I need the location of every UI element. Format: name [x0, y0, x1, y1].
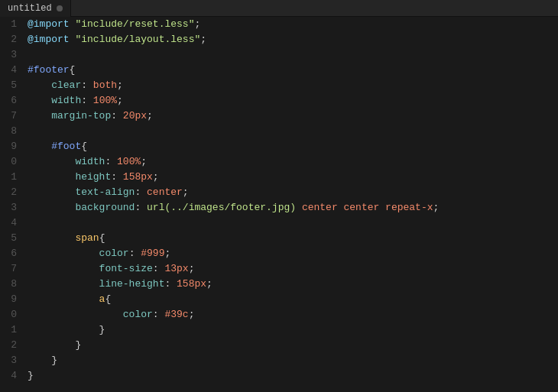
token: clear	[28, 79, 81, 91]
editor-line: 6 color: #999;	[0, 246, 558, 261]
editor-line: 3 background: url(../images/footer.jpg) …	[0, 200, 558, 215]
line-content: @import "include/layout.less";	[23, 32, 206, 47]
token: font-size	[28, 263, 153, 274]
line-number: 4	[0, 63, 23, 78]
line-number: 3	[0, 353, 23, 368]
editor-line: 1 height: 158px;	[0, 170, 558, 185]
line-number: 1	[0, 322, 23, 338]
tab-bar: untitled	[0, 0, 558, 17]
line-number: 0	[0, 154, 23, 170]
editor-line: 4#footer{	[0, 63, 558, 78]
line-number: 9	[0, 139, 23, 154]
line-number: 1	[0, 17, 23, 32]
line-content: #footer{	[23, 63, 75, 78]
editor-line: 1@import "include/reset.less";	[0, 17, 558, 32]
token: margin-top	[28, 110, 111, 121]
token: center	[147, 186, 183, 198]
line-number: 7	[0, 109, 23, 124]
line-content: @import "include/reset.less";	[23, 17, 200, 32]
editor-line: 9 a{	[0, 292, 558, 307]
line-number: 4	[0, 215, 23, 231]
token: width	[28, 156, 105, 167]
line-number: 2	[0, 32, 23, 47]
editor-line: 2@import "include/layout.less";	[0, 32, 558, 47]
line-number: 6	[0, 246, 23, 261]
line-content: background: url(../images/footer.jpg) ce…	[23, 200, 439, 215]
token: url(../images/footer.jpg)	[147, 202, 296, 213]
editor-line: 8	[0, 124, 558, 139]
line-number: 3	[0, 200, 23, 215]
editor-line: 1 }	[0, 322, 558, 338]
token: background	[28, 202, 135, 213]
editor-line: 4	[0, 215, 558, 231]
line-number: 2	[0, 338, 23, 353]
token: 158px	[177, 278, 206, 290]
token: height	[28, 171, 111, 183]
line-number: 3	[0, 47, 23, 63]
editor-line: 7 font-size: 13px;	[0, 261, 558, 277]
token: 100%	[117, 156, 141, 167]
token: line-height	[28, 278, 164, 290]
line-content: width: 100%;	[23, 154, 147, 170]
line-content: color: #999;	[23, 246, 170, 261]
token: text-align	[28, 186, 135, 198]
editor-line: 5 span{	[0, 231, 558, 246]
editor-line: 0 color: #39c;	[0, 307, 558, 322]
token: @import	[28, 34, 75, 45]
line-content: height: 158px;	[23, 170, 159, 185]
token: center center repeat-x	[296, 202, 433, 213]
token: "include/reset.less"	[75, 18, 194, 30]
editor-line: 6 width: 100%;	[0, 93, 558, 109]
token: span	[28, 232, 99, 244]
line-content: span{	[23, 231, 105, 246]
line-content: clear: both;	[23, 78, 123, 93]
line-content: }	[23, 322, 105, 338]
editor-line: 5 clear: both;	[0, 78, 558, 93]
line-content: color: #39c;	[23, 307, 194, 322]
line-number: 1	[0, 170, 23, 185]
editor-line: 2 text-align: center;	[0, 185, 558, 200]
line-number: 8	[0, 124, 23, 139]
token: both	[93, 79, 117, 91]
line-number: 7	[0, 261, 23, 277]
line-number: 6	[0, 93, 23, 109]
line-number: 8	[0, 277, 23, 292]
token: color	[28, 248, 129, 259]
line-content: width: 100%;	[23, 93, 123, 109]
line-content: font-size: 13px;	[23, 261, 194, 277]
tab-title: untitled	[8, 3, 52, 14]
editor-line: 7 margin-top: 20px;	[0, 109, 558, 124]
editor-line: 3 }	[0, 353, 558, 368]
token: @import	[28, 18, 75, 30]
token: 13px	[164, 263, 188, 274]
line-content: a{	[23, 292, 111, 307]
token: 20px	[123, 110, 147, 121]
token: 158px	[123, 171, 153, 183]
editor-line: 4}	[0, 368, 558, 384]
editor-line: 9 #foot{	[0, 139, 558, 154]
line-number: 4	[0, 368, 23, 384]
line-number: 0	[0, 307, 23, 322]
token: color	[28, 309, 153, 320]
line-content: line-height: 158px;	[23, 277, 212, 292]
editor-line: 8 line-height: 158px;	[0, 277, 558, 292]
line-number: 5	[0, 231, 23, 246]
editor-line: 3	[0, 47, 558, 63]
token: #39c	[164, 309, 188, 320]
tab-dot	[57, 5, 63, 11]
token: 100%	[93, 95, 117, 106]
line-content: }	[23, 368, 34, 384]
editor: 1@import "include/reset.less";2@import "…	[0, 17, 558, 392]
line-content: margin-top: 20px;	[23, 109, 153, 124]
line-number: 2	[0, 185, 23, 200]
token: #foot	[28, 141, 81, 152]
line-content: }	[23, 338, 81, 353]
line-content: #foot{	[23, 139, 87, 154]
token: width	[28, 95, 81, 106]
token: #footer	[28, 64, 70, 76]
tab-untitled[interactable]: untitled	[0, 0, 71, 17]
line-content: }	[23, 353, 57, 368]
editor-line: 0 width: 100%;	[0, 154, 558, 170]
token: #999	[141, 248, 164, 259]
line-number: 5	[0, 78, 23, 93]
